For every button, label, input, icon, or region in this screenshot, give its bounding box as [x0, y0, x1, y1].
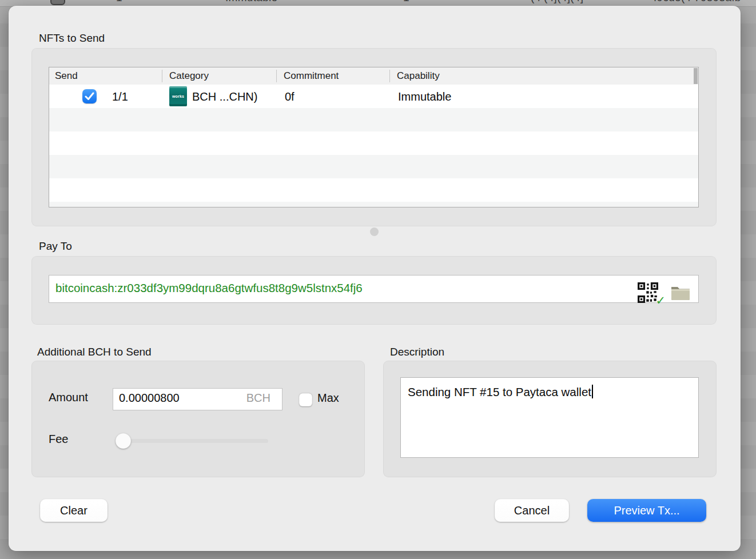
background-fragment: f9cde(4 79593a:b	[654, 0, 741, 4]
amount-label: Amount	[49, 391, 88, 404]
nft-table-header: Send Category Commitment Capability	[49, 67, 698, 85]
column-separator[interactable]	[162, 70, 162, 82]
fee-slider-track[interactable]	[117, 439, 268, 443]
additional-bch-groupbox	[31, 361, 365, 477]
background-fragment: Immutable	[225, 0, 277, 4]
address-text: bitcoincash:zr033df3ym99dqru8a6gtwfus8t8…	[55, 281, 363, 295]
fee-label: Fee	[49, 433, 68, 446]
column-header-send[interactable]: Send	[55, 69, 78, 83]
commitment-cell: 0f	[285, 88, 295, 105]
description-label: Description	[390, 346, 444, 358]
clear-button[interactable]: Clear	[40, 499, 108, 522]
background-fragment: 1	[403, 0, 409, 4]
max-label: Max	[317, 392, 339, 405]
max-checkbox[interactable]	[299, 393, 312, 406]
category-cell: BCH ...CHN)	[192, 88, 257, 105]
column-separator[interactable]	[276, 70, 277, 82]
amount-unit-suffix: BCH	[246, 392, 270, 405]
send-count-cell: 1/1	[112, 88, 128, 105]
fee-slider-thumb[interactable]	[116, 433, 131, 449]
cancel-button[interactable]: Cancel	[495, 499, 569, 522]
nfts-to-send-label: NFTs to Send	[39, 32, 105, 45]
address-valid-check-icon: ✓	[655, 294, 666, 308]
description-textarea[interactable]: Sending NFT #15 to Paytaca wallet	[400, 377, 699, 458]
capability-cell: Immutable	[398, 88, 451, 105]
send-checkbox-checked[interactable]	[82, 89, 97, 103]
background-checkbox-icon	[50, 0, 65, 5]
description-text: Sending NFT #15 to Paytaca wallet	[408, 385, 591, 398]
open-file-folder-icon[interactable]	[670, 284, 691, 301]
text-cursor	[592, 385, 593, 398]
checkmark-icon	[85, 92, 94, 101]
additional-bch-label: Additional BCH to Send	[37, 346, 152, 358]
empty-row	[49, 178, 698, 202]
amount-input[interactable]: 0.00000800 BCH	[113, 388, 282, 410]
empty-row	[49, 202, 698, 207]
pay-to-address-input[interactable]: bitcoincash:zr033df3ym99dqru8a6gtwfus8t8…	[49, 275, 699, 303]
empty-row	[49, 131, 698, 155]
send-nft-dialog: NFTs to Send Send Category Commitment Ca…	[9, 6, 741, 551]
nft-table[interactable]: Send Category Commitment Capability 1/1 …	[49, 67, 699, 207]
empty-row	[49, 155, 698, 178]
column-header-capability[interactable]: Capability	[397, 69, 440, 83]
splitter-handle[interactable]	[370, 227, 379, 236]
column-separator[interactable]	[389, 70, 390, 82]
amount-value: 0.00000800	[119, 392, 180, 405]
preview-tx-button[interactable]: Preview Tx...	[587, 499, 706, 522]
nft-thumbnail-label: works	[172, 94, 184, 98]
pay-to-label: Pay To	[39, 240, 72, 253]
background-fragment: 1	[116, 0, 122, 4]
nft-thumbnail-image: works	[169, 86, 187, 106]
scrollbar-corner	[694, 68, 698, 84]
column-header-category[interactable]: Category	[169, 69, 209, 83]
background-fragment: (4 (4](4](4]	[531, 0, 583, 4]
table-row[interactable]: 1/1 works BCH ...CHN) 0f Immutable	[49, 85, 698, 108]
empty-row	[49, 108, 698, 131]
column-header-commitment[interactable]: Commitment	[284, 69, 339, 83]
